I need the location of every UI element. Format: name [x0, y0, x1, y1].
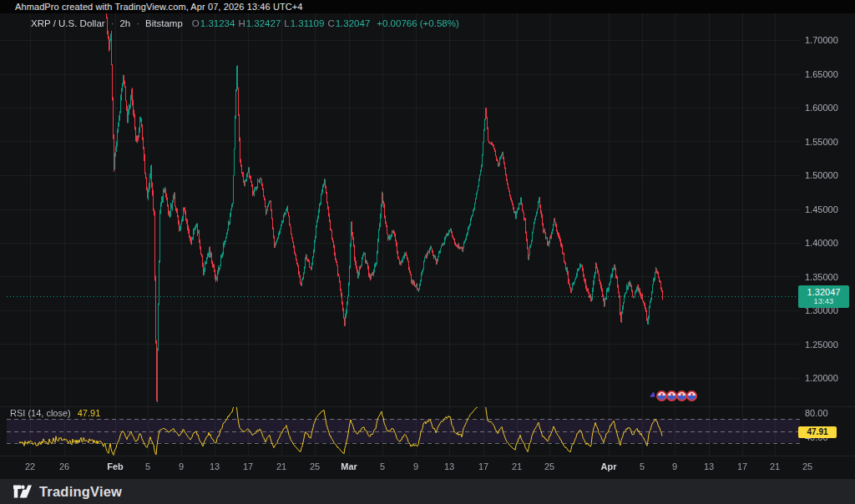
rsi-value: 47.91	[78, 408, 101, 418]
tradingview-logo-icon[interactable]	[13, 485, 32, 498]
time-tick-label: 21	[276, 461, 286, 471]
rsi-tick-label: 80.00	[805, 408, 828, 418]
ohlc-value: 1.31109	[291, 18, 325, 28]
price-tick-label: 1.35000	[805, 272, 838, 282]
time-tick-label: Apr	[601, 461, 617, 471]
time-tick-label: 13	[444, 461, 454, 471]
time-tick-label: 25	[544, 461, 554, 471]
time-tick-label: 9	[179, 461, 184, 471]
time-tick-label: 5	[145, 461, 150, 471]
time-tick-label: 9	[413, 461, 418, 471]
time-tick-label: 17	[737, 461, 747, 471]
time-tick-label: 5	[380, 461, 385, 471]
time-tick-label: 5	[640, 461, 645, 471]
time-tick-label: 25	[310, 461, 320, 471]
rsi-value-badge: 47.91	[798, 426, 837, 438]
price-tick-label: 1.20000	[805, 373, 838, 383]
last-price-time: 13:43	[798, 297, 849, 305]
symbol-title[interactable]: XRP / U.S. Dollar	[31, 18, 105, 28]
price-tick-label: 1.60000	[805, 103, 838, 113]
time-tick-label: 13	[210, 461, 220, 471]
ohlc-key: L	[284, 18, 289, 28]
ohlc-value: 1.32047	[336, 18, 371, 28]
legend-separator: ·	[111, 18, 114, 28]
time-tick-label: 21	[770, 461, 780, 471]
symbol-legend: XRP / U.S. Dollar · 2h · Bitstamp O1.312…	[31, 18, 459, 29]
price-tick-label: 1.55000	[805, 137, 838, 147]
time-tick-label: 22	[25, 461, 35, 471]
ohlc-key: O	[192, 18, 200, 28]
legend-separator: ·	[136, 18, 139, 28]
time-tick-label: 21	[512, 461, 522, 471]
time-tick-label: 25	[802, 461, 812, 471]
last-price-badge: 1.32047 13:43	[798, 285, 849, 308]
brand-name[interactable]: TradingView	[39, 484, 122, 500]
exchange-label: Bitstamp	[145, 18, 183, 28]
price-tick-label: 1.50000	[805, 170, 838, 180]
price-chart-canvas[interactable]	[0, 0, 855, 504]
tradingview-snapshot: AhmadPro created with TradingView.com, A…	[0, 0, 855, 504]
time-tick-label: 17	[243, 461, 253, 471]
ohlc-values: O1.31234H1.32427L1.31109C1.32047	[189, 18, 370, 28]
rsi-legend: RSI (14, close) 47.91	[10, 408, 100, 418]
time-tick-label: 13	[704, 461, 714, 471]
interval-label[interactable]: 2h	[119, 18, 130, 28]
change-value: +0.00766 (+0.58%)	[377, 18, 458, 28]
time-tick-label: Feb	[107, 461, 124, 471]
emoji-stickers-drawing[interactable]	[651, 387, 696, 404]
price-tick-label: 1.40000	[805, 238, 838, 248]
ohlc-value: 1.31234	[200, 18, 235, 28]
rsi-title[interactable]: RSI (14, close)	[10, 408, 71, 418]
ohlc-key: H	[238, 18, 245, 28]
time-tick-label: Mar	[341, 461, 357, 471]
price-tick-label: 1.25000	[805, 340, 838, 350]
price-tick-label: 1.65000	[805, 69, 838, 79]
price-tick-label: 1.70000	[805, 35, 838, 45]
time-tick-label: 9	[672, 461, 677, 471]
time-tick-label: 26	[59, 461, 69, 471]
ohlc-key: C	[327, 18, 334, 28]
price-tick-label: 1.45000	[805, 204, 838, 214]
footer-bar: TradingView	[0, 479, 855, 504]
circle-flag-sticker-icon[interactable]	[686, 391, 697, 401]
ohlc-value: 1.32427	[246, 18, 281, 28]
time-tick-label: 17	[478, 461, 488, 471]
